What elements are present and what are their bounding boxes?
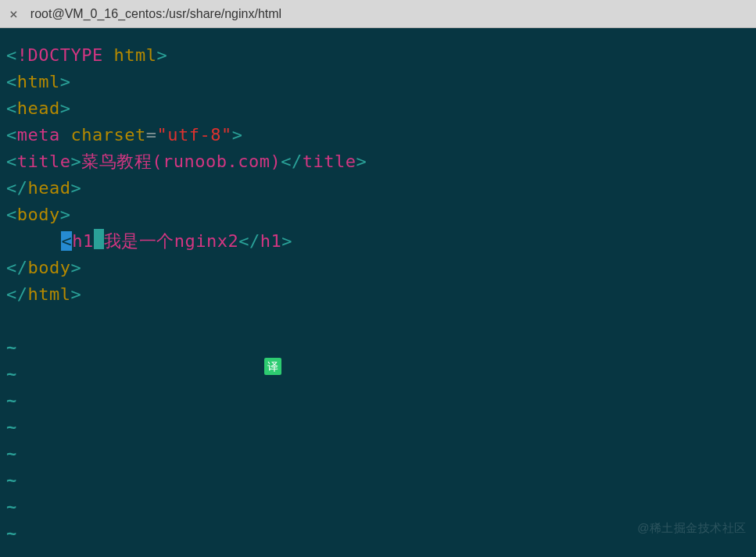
empty-line-tilde: ~ — [6, 414, 750, 441]
code-line: <h1我是一个nginx2</h1> — [6, 228, 750, 255]
code-line: <head> — [6, 95, 750, 122]
empty-line-tilde: ~ — [6, 361, 750, 387]
window-title: root@VM_0_16_centos:/usr/share/nginx/htm… — [30, 7, 281, 21]
code-line: <!DOCTYPE html> — [6, 42, 750, 69]
code-line: </body> — [6, 255, 750, 281]
watermark-text: @稀土掘金技术社区 — [637, 515, 747, 541]
code-line: <title>菜鸟教程(runoob.com)</title> — [6, 148, 750, 175]
code-line: <html> — [6, 69, 750, 95]
cursor-secondary — [94, 229, 104, 249]
code-line: </head> — [6, 175, 750, 202]
code-line: <meta charset="utf-8"> — [6, 122, 750, 148]
empty-line-tilde: ~ — [6, 441, 750, 467]
translate-icon[interactable]: 译 — [264, 358, 281, 375]
code-line — [6, 308, 750, 334]
empty-line-tilde: ~ — [6, 547, 750, 557]
empty-line-tilde: ~ — [6, 467, 750, 494]
editor-viewport[interactable]: <!DOCTYPE html> <html> <head> <meta char… — [0, 28, 756, 557]
close-icon[interactable]: × — [9, 7, 18, 21]
code-line: <body> — [6, 202, 750, 228]
window-titlebar: × root@VM_0_16_centos:/usr/share/nginx/h… — [0, 0, 756, 28]
empty-line-tilde: ~ — [6, 334, 750, 361]
code-line: </html> — [6, 281, 750, 308]
cursor-primary: < — [61, 231, 72, 251]
empty-line-tilde: ~ — [6, 387, 750, 414]
